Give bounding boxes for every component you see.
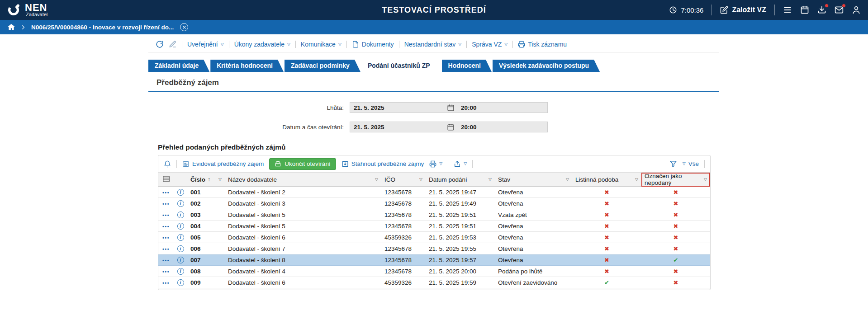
column-header-listinna-podoba[interactable]: Listinná podoba▽	[572, 173, 641, 187]
menu-item-tisk-zaznamu[interactable]: Tisk záznamu	[518, 41, 567, 48]
chevron-right-icon	[21, 25, 26, 30]
home-icon[interactable]	[7, 23, 15, 31]
tab-vysledek-zadavaciho-postupu[interactable]: Výsledek zadávacího postupu	[493, 60, 600, 72]
filter-funnel-icon[interactable]	[669, 160, 677, 168]
info-icon[interactable]: i	[177, 268, 184, 275]
filter-icon[interactable]: ▽	[489, 177, 492, 182]
table-row-003[interactable]: ••• i 003 Dodavatel - školení 5 12345678…	[158, 209, 710, 221]
cross-icon: ✖	[604, 268, 609, 275]
info-icon[interactable]: i	[177, 200, 184, 207]
row-menu-icon[interactable]: •••	[162, 280, 170, 286]
section-title: Předběžný zájem	[148, 78, 719, 92]
column-settings-icon[interactable]	[161, 175, 171, 183]
tab-zakladni-udaje[interactable]: Základní údaje	[148, 60, 209, 72]
menu-item-komunikace[interactable]: Komunikace▽	[301, 41, 342, 48]
chevron-down-icon: ▽	[221, 42, 224, 47]
filter-icon[interactable]: ▽	[375, 177, 378, 182]
menu-hamburger-icon[interactable]	[783, 5, 792, 14]
row-menu-icon[interactable]: •••	[162, 269, 170, 274]
notification-badge	[842, 4, 846, 8]
cross-icon: ✖	[674, 279, 678, 286]
end-opening-button[interactable]: Ukončit otevírání	[269, 158, 336, 170]
row-menu-icon[interactable]: •••	[162, 201, 170, 207]
menu-item-ukony-zadavatele[interactable]: Úkony zadavatele▽	[234, 41, 290, 48]
print-list-button[interactable]: ▽	[429, 160, 442, 168]
column-header-datum-podani[interactable]: Datum podání▽	[426, 173, 495, 187]
calendar-icon[interactable]	[447, 123, 455, 131]
cell-paper-form: ✔	[572, 277, 641, 288]
tab-hodnoceni[interactable]: Hodnocení	[442, 60, 492, 72]
table-row-002[interactable]: ••• i 002 Dodavatel - školení 3 12345678…	[158, 198, 710, 209]
info-icon[interactable]: i	[177, 245, 184, 252]
cross-icon: ✖	[604, 223, 609, 230]
table-row-001[interactable]: ••• i 001 Dodavatel - školení 2 12345678…	[158, 187, 710, 198]
date-value: 21. 5. 2025	[350, 104, 447, 111]
document-icon	[352, 41, 359, 48]
info-icon[interactable]: i	[177, 234, 184, 241]
menu-item-uverejneni[interactable]: Uveřejnění▽	[187, 41, 224, 48]
row-menu-icon[interactable]: •••	[162, 190, 170, 195]
notification-bell-icon[interactable]	[164, 160, 171, 168]
filter-icon[interactable]: ▽	[704, 177, 707, 182]
cell-number: 001	[187, 187, 225, 198]
app-logo[interactable]: NEN Zadavatel	[6, 3, 47, 17]
divider	[572, 41, 572, 48]
cell-ico: 12345678	[381, 209, 426, 221]
user-profile-icon[interactable]	[852, 5, 861, 14]
filter-icon[interactable]: ▽	[218, 177, 222, 182]
column-header-cislo[interactable]: Číslo↑▽	[187, 173, 225, 187]
table-row-007[interactable]: ••• i 007 Dodavatel - školení 8 12345678…	[158, 254, 710, 266]
calendar-icon[interactable]	[447, 104, 455, 112]
edit-pencil-icon[interactable]	[169, 40, 177, 48]
column-header-ico[interactable]: IČO▽	[381, 173, 426, 187]
cell-submitted: 21. 5. 2025 19:49	[426, 198, 495, 209]
info-icon[interactable]: i	[177, 189, 184, 196]
messages-icon[interactable]	[835, 5, 844, 14]
column-header-stav[interactable]: Stav▽	[495, 173, 572, 187]
info-icon[interactable]: i	[177, 279, 184, 286]
row-menu-icon[interactable]: •••	[162, 212, 170, 218]
menu-item-dokumenty[interactable]: Dokumenty	[352, 41, 394, 48]
register-interest-button[interactable]: Evidovat předběžný zájem	[182, 160, 264, 168]
divider	[295, 41, 296, 48]
export-button[interactable]: ▽	[454, 160, 467, 168]
close-record-button[interactable]	[180, 23, 188, 31]
record-toolbar: Uveřejnění▽Úkony zadavatele▽Komunikace▽D…	[148, 34, 719, 52]
download-interests-button[interactable]: Stáhnout předběžné zájmy	[342, 160, 424, 168]
downloads-icon[interactable]	[817, 5, 826, 14]
divider	[229, 41, 229, 48]
cell-marked-not-submitted: ✖	[641, 187, 710, 198]
filter-icon[interactable]: ▽	[566, 177, 569, 182]
row-menu-icon[interactable]: •••	[162, 235, 170, 240]
table-row-009[interactable]: ••• i 009 Dodavatel - školení 6 45359326…	[158, 277, 710, 288]
tab-podani-ucastniku-zp[interactable]: Podání účastníků ZP	[361, 60, 441, 72]
tab-zadavaci-podminky[interactable]: Zadávací podmínky	[285, 60, 360, 72]
column-header-oznacen-jako-nepodany[interactable]: Označen jako nepodaný▽	[641, 173, 710, 187]
row-menu-icon[interactable]: •••	[162, 258, 170, 263]
create-vz-button[interactable]: Založit VZ	[720, 6, 766, 14]
cell-supplier: Dodavatel - školení 6	[225, 232, 381, 243]
table-row-006[interactable]: ••• i 006 Dodavatel - školení 7 12345678…	[158, 243, 710, 254]
row-menu-icon[interactable]: •••	[162, 246, 170, 252]
table-row-005[interactable]: ••• i 005 Dodavatel - školení 6 45359326…	[158, 232, 710, 243]
table-row-008[interactable]: ••• i 008 Dodavatel - školení 4 12345678…	[158, 266, 710, 277]
tab-kriteria-hodnoceni[interactable]: Kritéria hodnocení	[210, 60, 284, 72]
table-row-004[interactable]: ••• i 004 Dodavatel - školení 5 12345678…	[158, 221, 710, 232]
sort-ascending-icon[interactable]: ↑	[208, 176, 210, 183]
cell-ico: 12345678	[381, 243, 426, 254]
calendar-icon[interactable]	[800, 5, 809, 14]
refresh-icon[interactable]	[156, 40, 164, 48]
menu-item-nestandardni-stav[interactable]: Nestandardní stav▽	[404, 41, 462, 48]
divider	[774, 5, 775, 15]
column-header-nazev-dodavatele[interactable]: Název dodavatele▽	[225, 173, 381, 187]
menu-item-sprava-vz[interactable]: Správa VZ▽	[472, 41, 508, 48]
row-menu-icon[interactable]: •••	[162, 224, 170, 229]
info-icon[interactable]: i	[177, 223, 184, 230]
divider	[704, 160, 705, 168]
filter-all-dropdown[interactable]: ▽ Vše	[683, 160, 699, 167]
info-icon[interactable]: i	[177, 211, 184, 218]
filter-icon[interactable]: ▽	[635, 177, 638, 182]
breadcrumb-item[interactable]: N006/25/V00004860 - Inovace v rozvoji ří…	[31, 24, 174, 31]
filter-icon[interactable]: ▽	[419, 177, 422, 182]
info-icon[interactable]: i	[177, 257, 184, 263]
